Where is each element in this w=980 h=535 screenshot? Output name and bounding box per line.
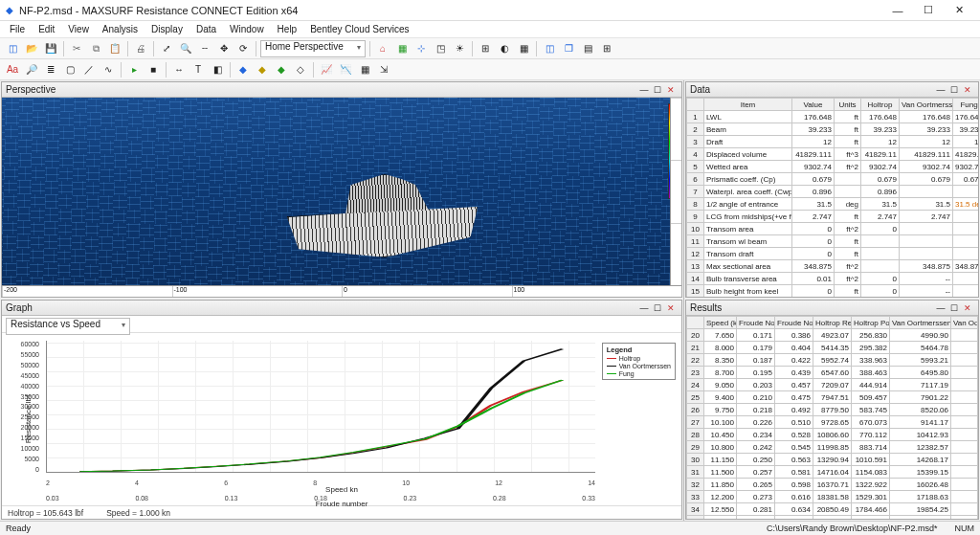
pane-close-icon[interactable]: ✕ bbox=[961, 303, 974, 313]
copy-icon[interactable]: ⧉ bbox=[87, 40, 104, 57]
open-icon[interactable]: 📂 bbox=[23, 40, 40, 57]
axes-icon[interactable]: ⊹ bbox=[412, 40, 430, 57]
menu-file[interactable]: File bbox=[4, 22, 31, 36]
table-row[interactable]: 6Prismatic coeff. (Cp)0.6790.6790.6790.6… bbox=[687, 173, 979, 186]
zoom-out-icon[interactable]: ╌ bbox=[196, 40, 213, 57]
table-row[interactable]: 228.3500.1870.4225952.74338.9635993.21 bbox=[687, 354, 978, 367]
table-row[interactable]: 3512.9000.2890.65123792.302093.02524750.… bbox=[687, 516, 978, 520]
table-row[interactable]: 269.7500.2180.4928779.50583.7458520.06 bbox=[687, 404, 978, 416]
menu-window[interactable]: Window bbox=[224, 22, 270, 36]
table-row[interactable]: 81/2 angle of entrance31.5deg31.531.531.… bbox=[687, 198, 979, 211]
table-row[interactable]: 12Transom draft0ft0 bbox=[687, 248, 979, 260]
table-row[interactable]: 14Bulb transverse area0.01ft^20---- bbox=[687, 273, 979, 285]
find-icon[interactable]: 🔎 bbox=[23, 61, 40, 78]
print-icon[interactable]: 🖨 bbox=[132, 40, 149, 57]
new-icon[interactable]: ◫ bbox=[4, 40, 21, 57]
method4-icon[interactable]: ◇ bbox=[292, 61, 309, 78]
maximize-button[interactable]: ☐ bbox=[913, 1, 944, 20]
rotate-icon[interactable]: ⟳ bbox=[234, 40, 252, 57]
light-icon[interactable]: ☀ bbox=[451, 40, 468, 57]
close-button[interactable]: ✕ bbox=[944, 1, 974, 20]
dim-icon[interactable]: ↔ bbox=[170, 61, 188, 78]
table-row[interactable]: 2710.1000.2260.5109728.65670.0739141.17 bbox=[687, 416, 978, 429]
table-row[interactable]: 1LWL176.648ft176.648176.648176.648 bbox=[687, 111, 979, 123]
perspective-viewport[interactable]: -200-1000100 bbox=[2, 98, 681, 297]
wire-icon[interactable]: ▦ bbox=[515, 40, 532, 57]
menu-edit[interactable]: Edit bbox=[33, 22, 60, 36]
shade-icon[interactable]: ◐ bbox=[496, 40, 513, 57]
grid-icon[interactable]: ▦ bbox=[393, 40, 411, 57]
method3-icon[interactable]: ◆ bbox=[273, 61, 290, 78]
chart1-icon[interactable]: 📈 bbox=[318, 61, 335, 78]
results-table[interactable]: Speed (kn)Froude No. LWLFroude No. Vol.H… bbox=[686, 316, 978, 519]
chart-area[interactable]: Resistance lbf 0500010000150002000025000… bbox=[2, 333, 681, 505]
zoom-fit-icon[interactable]: ⤢ bbox=[158, 40, 175, 57]
view-select[interactable]: Home Perspective bbox=[260, 40, 366, 57]
pane-min-icon[interactable]: — bbox=[934, 85, 947, 95]
table-row[interactable]: 7Waterpl. area coeff. (Cwp)0.8960.896 bbox=[687, 186, 979, 198]
table-row[interactable]: 259.4000.2100.4757947.51509.4577901.22 bbox=[687, 391, 978, 404]
paste-icon[interactable]: 📋 bbox=[106, 40, 123, 57]
pane-close-icon[interactable]: ✕ bbox=[961, 85, 974, 95]
table-row[interactable]: 3Draft12ft121212 bbox=[687, 136, 979, 148]
table-icon[interactable]: ▦ bbox=[356, 61, 373, 78]
save-icon[interactable]: 💾 bbox=[42, 40, 59, 57]
pane-max-icon[interactable]: ☐ bbox=[651, 303, 664, 313]
table-row[interactable]: 10Transom area0ft^200 bbox=[687, 223, 979, 235]
box-icon[interactable]: ▢ bbox=[61, 61, 78, 78]
text-icon[interactable]: T bbox=[189, 61, 207, 78]
pane-max-icon[interactable]: ☐ bbox=[947, 303, 961, 313]
table-row[interactable]: 2810.4500.2340.52810806.60770.11210412.9… bbox=[687, 429, 978, 441]
pane-close-icon[interactable]: ✕ bbox=[664, 85, 678, 95]
table-row[interactable]: 238.7000.1950.4396547.60388.4636495.80 bbox=[687, 367, 978, 379]
table-row[interactable]: 15Bulb height from keel0ft0---- bbox=[687, 285, 979, 298]
cut-icon[interactable]: ✂ bbox=[68, 40, 85, 57]
table-row[interactable]: 3312.2000.2730.61618381.581529.30117188.… bbox=[687, 491, 978, 503]
pane-min-icon[interactable]: — bbox=[934, 303, 947, 313]
table-row[interactable]: 13Max sectional area348.875ft^2348.87534… bbox=[687, 260, 979, 273]
pane-min-icon[interactable]: — bbox=[637, 303, 651, 313]
table-row[interactable]: 11Transom wl beam0ft0 bbox=[687, 235, 979, 248]
menu-analysis[interactable]: Analysis bbox=[97, 22, 144, 36]
menu-help[interactable]: Help bbox=[272, 22, 303, 36]
menu-display[interactable]: Display bbox=[145, 22, 189, 36]
mesh-icon[interactable]: ⊞ bbox=[477, 40, 494, 57]
tile-icon[interactable]: ◫ bbox=[541, 40, 558, 57]
pane-max-icon[interactable]: ☐ bbox=[651, 85, 664, 95]
minimize-button[interactable]: — bbox=[882, 1, 913, 20]
table-row[interactable]: 2Beam39.233ft39.23339.23339.233 bbox=[687, 123, 979, 136]
persp-icon[interactable]: ◳ bbox=[432, 40, 449, 57]
run-icon[interactable]: ▸ bbox=[125, 61, 143, 78]
label-icon[interactable]: ◧ bbox=[209, 61, 226, 78]
arrange-icon[interactable]: ▤ bbox=[579, 40, 596, 57]
stop-icon[interactable]: ■ bbox=[145, 61, 162, 78]
method1-icon[interactable]: ◆ bbox=[234, 61, 252, 78]
table-row[interactable]: 9LCG from midships(+ve for'd2.747ft2.747… bbox=[687, 211, 979, 223]
menu-data[interactable]: Data bbox=[190, 22, 222, 36]
method2-icon[interactable]: ◆ bbox=[254, 61, 271, 78]
table-row[interactable]: 3011.1500.2500.56313290.941010.59114268.… bbox=[687, 454, 978, 466]
table-row[interactable]: 2910.8000.2420.54511998.85883.71412382.5… bbox=[687, 441, 978, 454]
table-row[interactable]: 3211.8500.2650.59816370.711322.92216026.… bbox=[687, 479, 978, 491]
table-row[interactable]: 3412.5500.2810.63420850.491784.46619854.… bbox=[687, 503, 978, 516]
line-icon[interactable]: ／ bbox=[80, 61, 98, 78]
table-row[interactable]: 5Wetted area9302.74ft^29302.749302.74930… bbox=[687, 161, 979, 173]
table-row[interactable]: 249.0500.2030.4577209.07444.9147117.19 bbox=[687, 379, 978, 391]
data-table[interactable]: ItemValueUnitsHoltropVan OortmerssenFung… bbox=[686, 98, 978, 297]
table-row[interactable]: 218.0000.1790.4045414.35295.3825464.78 bbox=[687, 342, 978, 354]
table-row[interactable]: 4Displaced volume41829.111ft^341829.1141… bbox=[687, 148, 979, 161]
table-row[interactable]: 207.6500.1710.3864923.07256.8304990.90 bbox=[687, 329, 978, 342]
layers-icon[interactable]: ≣ bbox=[42, 61, 59, 78]
menu-view[interactable]: View bbox=[62, 22, 95, 36]
export-icon[interactable]: ⇲ bbox=[375, 61, 392, 78]
pane-max-icon[interactable]: ☐ bbox=[947, 85, 961, 95]
pan-icon[interactable]: ✥ bbox=[215, 40, 233, 57]
cascade-icon[interactable]: ❐ bbox=[560, 40, 577, 57]
win4-icon[interactable]: ⊞ bbox=[598, 40, 615, 57]
zoom-in-icon[interactable]: 🔍 bbox=[177, 40, 194, 57]
table-row[interactable]: 3111.5000.2570.58114716.041154.08315399.… bbox=[687, 466, 978, 479]
menu-bentley[interactable]: Bentley Cloud Services bbox=[304, 22, 414, 36]
pane-close-icon[interactable]: ✕ bbox=[664, 303, 678, 313]
chart2-icon[interactable]: 📉 bbox=[337, 61, 354, 78]
aa-icon[interactable]: Aa bbox=[4, 61, 21, 78]
